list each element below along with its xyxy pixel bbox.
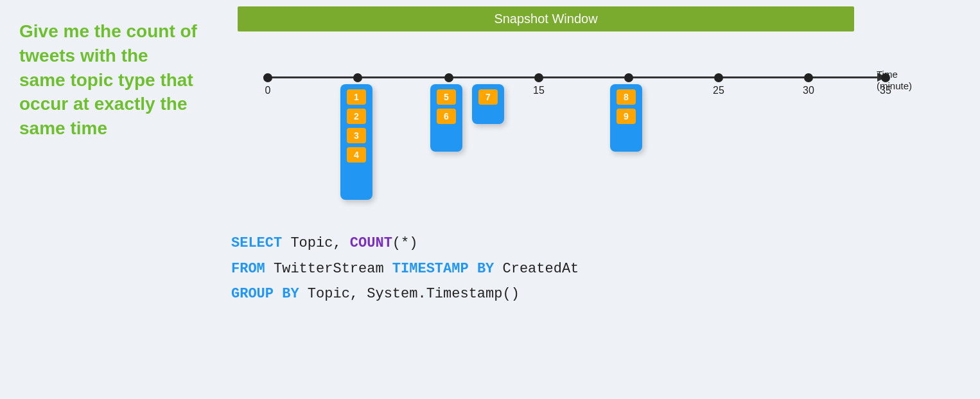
tick-dot-5: [353, 73, 362, 82]
sql-section: SELECT Topic, COUNT(*) FROM TwitterStrea…: [218, 218, 967, 307]
right-panel: Snapshot Window 0 5 10 15: [212, 0, 980, 399]
left-panel: Give me the count of tweets with the sam…: [0, 0, 212, 399]
tick-dot-0: [263, 73, 272, 82]
sql-line-1: SELECT Topic, COUNT(*): [231, 231, 967, 256]
tick-15: 15: [533, 76, 545, 96]
bar-group-2: 5 6: [430, 84, 462, 152]
tick-0: 0: [263, 76, 272, 96]
tick-label-25: 25: [713, 85, 724, 96]
keyword-timestamp: TIMESTAMP: [392, 261, 469, 277]
bar-group-3: 7: [472, 84, 504, 124]
sql-line1-middle: Topic,: [282, 235, 350, 251]
badge-3: 3: [347, 128, 366, 143]
main-container: Give me the count of tweets with the sam…: [0, 0, 980, 399]
badge-9: 9: [617, 109, 636, 124]
tick-dot-15: [534, 73, 543, 82]
tick-dot-30: [804, 73, 813, 82]
tick-25: 25: [713, 76, 724, 96]
badge-4: 4: [347, 147, 366, 163]
blue-bar-4: 8 9: [610, 84, 642, 152]
tick-dot-20: [624, 73, 633, 82]
bar-group-4: 8 9: [610, 84, 642, 152]
sql-line2-field: CreatedAt: [494, 261, 579, 277]
blue-bar-1: 1 2 3 4: [340, 84, 372, 200]
badge-2: 2: [347, 109, 366, 124]
sql-line1-parens: (*): [392, 235, 418, 251]
tick-label-0: 0: [265, 85, 271, 96]
keyword-group: GROUP: [231, 286, 274, 302]
badge-6: 6: [437, 109, 456, 124]
time-label: Time(minute): [877, 69, 912, 92]
sql-line2-space: [469, 261, 477, 277]
sql-line-2: FROM TwitterStream TIMESTAMP BY CreatedA…: [231, 256, 967, 282]
timeline-area: 0 5 10 15 20: [238, 38, 918, 205]
blue-bar-2: 5 6: [430, 84, 462, 152]
badge-8: 8: [617, 89, 636, 105]
tick-dot-25: [714, 73, 723, 82]
sql-line3-space: [274, 286, 282, 302]
tick-dot-10: [444, 73, 453, 82]
badge-1: 1: [347, 89, 366, 105]
sql-line-3: GROUP BY Topic, System.Timestamp(): [231, 281, 967, 307]
keyword-select: SELECT: [231, 235, 282, 251]
tick-30: 30: [803, 76, 814, 96]
badge-7: 7: [478, 89, 498, 105]
badge-5: 5: [437, 89, 456, 105]
keyword-from: FROM: [231, 261, 265, 277]
sql-line2-table: TwitterStream: [265, 261, 392, 277]
sql-line3-rest: Topic, System.Timestamp(): [299, 286, 520, 302]
bar-group-1: 1 2 3 4: [340, 84, 372, 200]
keyword-count: COUNT: [350, 235, 392, 251]
keyword-by-2: BY: [477, 261, 494, 277]
snapshot-banner: Snapshot Window: [238, 6, 854, 31]
blue-bar-3: 7: [472, 84, 504, 124]
tick-label-30: 30: [803, 85, 814, 96]
keyword-by-3: BY: [282, 286, 299, 302]
tick-label-15: 15: [533, 85, 545, 96]
description-text: Give me the count of tweets with the sam…: [19, 19, 199, 141]
